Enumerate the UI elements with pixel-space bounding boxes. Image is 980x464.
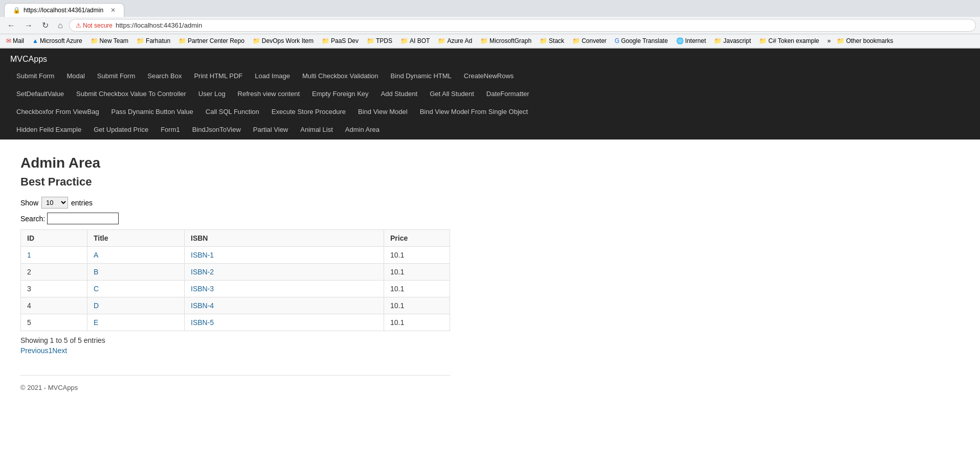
nav-get-all-student[interactable]: Get All Student	[424, 86, 480, 102]
cell-title: A	[87, 247, 185, 264]
nav-submit-form-1[interactable]: Submit Form	[10, 68, 60, 84]
cell-price: 10.1	[384, 297, 450, 314]
nav-row-4: Hidden Feild Example Get Updated Price F…	[10, 122, 970, 140]
other-bookmarks[interactable]: 📁 Other bookmarks	[835, 36, 895, 45]
table-body: 1AISBN-110.12BISBN-210.13CISBN-310.14DIS…	[21, 247, 450, 331]
nav-multi-checkbox[interactable]: Multi Checkbox Validation	[296, 68, 385, 84]
row-isbn-link[interactable]: ISBN-2	[191, 268, 214, 276]
nav-submit-checkbox[interactable]: Submit Checkbox Value To Controller	[70, 86, 192, 102]
nav-pass-dynamic[interactable]: Pass Dynamic Button Value	[105, 104, 199, 120]
bookmarks-bar: ✉ Mail ▲ Microsoft Azure 📁 New Team 📁 Fa…	[0, 34, 980, 48]
cell-isbn: ISBN-2	[185, 264, 384, 281]
app-navbar: MVCApps Submit Form Modal Submit Form Se…	[0, 49, 980, 140]
entries-select[interactable]: 10 25 50 100	[41, 197, 68, 208]
row-isbn-link[interactable]: ISBN-3	[191, 285, 214, 293]
search-input[interactable]	[47, 213, 119, 224]
nav-date-formatter[interactable]: DateFormatter	[480, 86, 536, 102]
app-brand[interactable]: MVCApps	[10, 49, 970, 68]
nav-set-default[interactable]: SetDefaultValue	[10, 86, 70, 102]
row-isbn-link[interactable]: ISBN-5	[191, 318, 214, 327]
bookmark-mail[interactable]: ✉ Mail	[4, 36, 26, 45]
bookmark-internet[interactable]: 🌐 Internet	[674, 36, 708, 45]
folder-icon-10: 📁	[540, 37, 547, 44]
bookmark-conveter[interactable]: 📁 Conveter	[570, 36, 609, 45]
nav-call-sql[interactable]: Call SQL Function	[199, 104, 265, 120]
nav-get-updated-price[interactable]: Get Updated Price	[87, 122, 154, 137]
nav-load-image[interactable]: Load Image	[249, 68, 296, 84]
nav-form1[interactable]: Form1	[154, 122, 186, 137]
col-isbn: ISBN	[185, 230, 384, 247]
bookmark-msgraph[interactable]: 📁 MicrosoftGraph	[478, 36, 533, 45]
data-table: ID Title ISBN Price 1AISBN-110.12BISBN-2…	[20, 229, 450, 331]
folder-icon-2: 📁	[137, 37, 144, 44]
tab-close-icon[interactable]: ✕	[110, 7, 116, 14]
row-title-link[interactable]: B	[94, 268, 98, 276]
home-button[interactable]: ⌂	[55, 20, 66, 31]
cell-id: 5	[21, 314, 87, 331]
cell-id: 1	[21, 247, 87, 264]
bookmark-newteam[interactable]: 📁 New Team	[88, 36, 130, 45]
bookmark-aibot[interactable]: 📁 AI BOT	[398, 36, 432, 45]
nav-bind-dynamic-html[interactable]: Bind Dynamic HTML	[385, 68, 458, 84]
pagination-next[interactable]: Next	[52, 346, 67, 355]
nav-admin-area[interactable]: Admin Area	[339, 122, 386, 137]
pagination-previous[interactable]: Previous	[20, 346, 48, 355]
row-isbn-link[interactable]: ISBN-4	[191, 301, 214, 310]
row-title-link[interactable]: C	[94, 285, 99, 293]
folder-icon-8: 📁	[438, 37, 446, 44]
row-title-link[interactable]: D	[94, 301, 99, 310]
forward-button[interactable]: →	[21, 20, 36, 31]
bookmark-farhatun[interactable]: 📁 Farhatun	[135, 36, 172, 45]
pagination: Previous1Next	[20, 346, 960, 355]
nav-search-box[interactable]: Search Box	[141, 68, 188, 84]
nav-bind-json[interactable]: BindJsonToView	[186, 122, 247, 137]
folder-icon-other: 📁	[837, 37, 844, 44]
nav-empty-fk[interactable]: Empty Foreign Key	[306, 86, 375, 102]
table-info: Showing 1 to 5 of 5 entries	[20, 336, 960, 344]
nav-add-student[interactable]: Add Student	[375, 86, 424, 102]
nav-submit-form-2[interactable]: Submit Form	[91, 68, 141, 84]
nav-bind-view-model[interactable]: Bind View Model	[352, 104, 414, 120]
bookmark-tpds[interactable]: 📁 TPDS	[365, 36, 394, 45]
nav-row-1: Submit Form Modal Submit Form Search Box…	[10, 68, 970, 86]
row-title-link[interactable]: A	[94, 251, 98, 259]
footer-text: © 2021 - MVCApps	[20, 384, 78, 391]
nav-hidden-field[interactable]: Hidden Feild Example	[10, 122, 87, 137]
active-tab[interactable]: 🔒 https://localhost:44361/admin ✕	[4, 3, 124, 17]
bookmark-csharp[interactable]: 📁 C# Token example	[757, 36, 821, 45]
nav-checkbox-viewbag[interactable]: Checkboxfor From ViewBag	[10, 104, 105, 120]
bookmark-google[interactable]: G Google Translate	[613, 36, 670, 45]
nav-user-log[interactable]: User Log	[192, 86, 232, 102]
bookmark-partner[interactable]: 📁 Partner Center Repo	[176, 36, 247, 45]
table-row: 5EISBN-510.1	[21, 314, 450, 331]
show-entries-row: Show 10 25 50 100 entries	[20, 197, 960, 208]
nav-create-new-rows[interactable]: CreateNewRows	[458, 68, 520, 84]
row-isbn-link[interactable]: ISBN-1	[191, 251, 214, 259]
row-title-link[interactable]: E	[94, 318, 98, 327]
more-bookmarks[interactable]: »	[827, 37, 831, 44]
reload-button[interactable]: ↻	[39, 19, 52, 31]
nav-modal[interactable]: Modal	[60, 68, 91, 84]
row-id-link[interactable]: 1	[27, 251, 31, 259]
nav-refresh-view[interactable]: Refresh view content	[232, 86, 306, 102]
nav-animal-list[interactable]: Animal List	[294, 122, 339, 137]
nav-row-3: Checkboxfor From ViewBag Pass Dynamic Bu…	[10, 104, 970, 122]
address-bar[interactable]: ⚠ Not secure https://localhost:44361/adm…	[69, 19, 976, 32]
table-row: 4DISBN-410.1	[21, 297, 450, 314]
bookmark-azure[interactable]: ▲ Microsoft Azure	[30, 36, 84, 45]
nav-partial-view[interactable]: Partial View	[247, 122, 294, 137]
bookmark-stack[interactable]: 📁 Stack	[538, 36, 566, 45]
nav-print-html[interactable]: Print HTML PDF	[188, 68, 249, 84]
table-row: 2BISBN-210.1	[21, 264, 450, 281]
nav-execute-store[interactable]: Execute Store Procedure	[265, 104, 352, 120]
back-button[interactable]: ←	[4, 20, 18, 31]
cell-price: 10.1	[384, 314, 450, 331]
bookmark-azuread[interactable]: 📁 Azure Ad	[436, 36, 474, 45]
tab-title: https://localhost:44361/admin	[24, 7, 103, 14]
bookmark-js[interactable]: 📁 Javascript	[712, 36, 753, 45]
folder-icon-6: 📁	[367, 37, 374, 44]
bookmark-devops[interactable]: 📁 DevOps Work Item	[251, 36, 316, 45]
nav-row-2: SetDefaultValue Submit Checkbox Value To…	[10, 86, 970, 104]
nav-bind-view-model-single[interactable]: Bind View Model From Single Object	[414, 104, 534, 120]
bookmark-paas[interactable]: 📁 PaaS Dev	[320, 36, 361, 45]
